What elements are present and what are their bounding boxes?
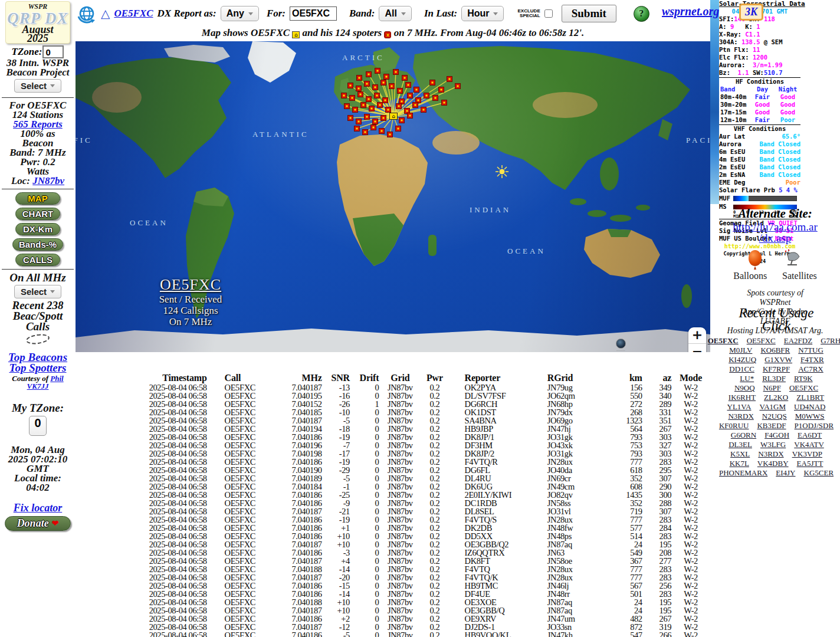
spotter-marker[interactable] xyxy=(369,106,375,111)
callsign-link[interactable]: M0WWS xyxy=(795,412,825,421)
spotter-marker[interactable] xyxy=(389,84,395,89)
callsign-link[interactable]: VK3VDP xyxy=(792,449,822,459)
callsign-link[interactable]: VK4DBY xyxy=(757,459,789,468)
callsign-link[interactable]: F4TXR xyxy=(800,355,824,365)
spotter-marker[interactable] xyxy=(388,132,393,137)
spotter-marker[interactable] xyxy=(384,74,389,80)
map-button[interactable]: MAP xyxy=(15,192,60,205)
callsign-link[interactable]: RL3DF xyxy=(762,374,786,383)
report-type-dropdown[interactable]: Any xyxy=(221,6,259,21)
callsign-link[interactable]: KG5CER xyxy=(804,468,834,478)
my-tzone-input[interactable]: 0 xyxy=(29,416,47,436)
spotter-marker[interactable] xyxy=(350,96,355,101)
phil-link[interactable]: Phil xyxy=(50,374,63,383)
spotter-marker[interactable] xyxy=(344,104,350,109)
spotter-marker[interactable] xyxy=(396,104,402,109)
callsign-link[interactable]: OE5FXC xyxy=(747,336,776,346)
callsign-link[interactable]: OE5FXC xyxy=(114,8,153,19)
callsign-link[interactable]: IK6RHT xyxy=(729,393,756,402)
spotter-marker[interactable] xyxy=(355,126,360,132)
satellite-dish-icon[interactable] xyxy=(782,248,802,266)
spotter-marker[interactable] xyxy=(348,83,353,88)
callsign-link[interactable]: OE5FXC xyxy=(789,383,818,393)
spotter-marker[interactable] xyxy=(375,68,380,74)
callsign-link[interactable]: KK7L xyxy=(730,459,749,468)
callsign-link[interactable]: KI4ZUQ xyxy=(729,355,756,365)
spotter-marker[interactable] xyxy=(373,119,378,124)
callsign-link[interactable]: AC7RX xyxy=(798,365,823,374)
spotter-marker[interactable] xyxy=(356,86,362,91)
callsign-link[interactable]: N3RDX xyxy=(728,412,753,421)
band-dropdown[interactable]: All xyxy=(379,6,411,21)
callsign-link[interactable]: ZL1BRT xyxy=(796,393,824,402)
spotter-marker[interactable] xyxy=(398,88,403,94)
spotter-marker[interactable] xyxy=(365,81,370,87)
spotter-marker[interactable] xyxy=(366,72,372,77)
spotter-marker[interactable] xyxy=(406,83,411,88)
callsign-link[interactable]: DD1CC xyxy=(729,365,754,374)
spotter-marker[interactable] xyxy=(363,130,368,135)
spotter-marker[interactable] xyxy=(358,92,363,97)
tzone-input[interactable] xyxy=(42,45,64,58)
callsign-link[interactable]: RT9K xyxy=(794,374,813,383)
spotter-marker[interactable] xyxy=(386,107,391,113)
callsign-link[interactable]: N6PF xyxy=(763,383,781,393)
spotter-marker[interactable] xyxy=(396,126,401,132)
spotter-marker[interactable] xyxy=(353,107,358,113)
callsign-link[interactable]: N2UQS xyxy=(762,412,787,421)
beacon-home-icon[interactable]: ⌂ xyxy=(389,113,398,120)
vk7jj-link[interactable]: VK7JJ xyxy=(27,382,49,390)
callsign-link[interactable]: KF0RUU xyxy=(719,421,749,431)
spotter-marker[interactable] xyxy=(413,103,418,108)
spotter-marker[interactable] xyxy=(408,93,413,98)
spotter-marker[interactable] xyxy=(381,116,386,121)
callsign-link[interactable]: N3RDX xyxy=(758,449,783,459)
spotter-marker[interactable] xyxy=(399,118,405,123)
alternate-site-link[interactable]: http://lu7aa.com.ar /dx.asp xyxy=(710,221,840,244)
spotter-marker[interactable] xyxy=(439,87,444,93)
callsign-link[interactable]: N7TUG xyxy=(798,346,823,355)
spotter-marker[interactable] xyxy=(383,98,388,103)
callsign-link[interactable]: G1XVW xyxy=(764,355,792,365)
callsign-link[interactable]: KB3EDF xyxy=(757,421,786,431)
zoom-in-button[interactable]: + xyxy=(688,327,706,343)
callsign-link[interactable]: EA6DT xyxy=(798,431,822,440)
spotter-marker[interactable] xyxy=(393,70,399,75)
spotter-marker[interactable] xyxy=(402,75,408,81)
callsign-link[interactable]: LU* xyxy=(740,374,754,383)
triangle-icon[interactable]: △ xyxy=(101,8,110,19)
spotter-marker[interactable] xyxy=(378,103,383,108)
callsign-link[interactable]: EA2FDZ xyxy=(784,336,812,346)
spotter-marker[interactable] xyxy=(357,75,362,81)
callsign-link[interactable]: G7RHF xyxy=(821,336,840,346)
spotter-marker[interactable] xyxy=(381,80,386,86)
spotter-marker[interactable] xyxy=(373,85,378,90)
submit-button[interactable]: Submit xyxy=(562,5,616,22)
mhz-select-dropdown[interactable]: Select xyxy=(14,285,61,298)
beacon-select-dropdown[interactable]: Select xyxy=(14,79,61,93)
report-count-badge[interactable]: 3K xyxy=(739,4,763,21)
globe-icon[interactable] xyxy=(77,4,97,24)
callsign-link[interactable]: W3LFG xyxy=(760,440,786,449)
spotter-marker[interactable] xyxy=(348,116,353,121)
zoom-out-button[interactable]: − xyxy=(688,343,706,352)
spotter-marker[interactable] xyxy=(379,129,385,134)
period-dropdown[interactable]: Hour xyxy=(461,6,504,21)
donate-button[interactable]: Donate ❤ xyxy=(5,516,71,531)
spotter-marker[interactable] xyxy=(342,93,347,98)
callsign-link[interactable]: VK4ATV xyxy=(794,440,824,449)
spotter-marker[interactable] xyxy=(408,113,413,119)
top-spotters-link[interactable]: Top Spotters xyxy=(0,363,76,373)
help-icon[interactable]: ? xyxy=(634,6,649,22)
balloon-icon[interactable] xyxy=(749,250,762,266)
spotter-marker[interactable] xyxy=(371,125,376,130)
spotter-marker[interactable] xyxy=(366,97,372,102)
spotter-marker[interactable] xyxy=(365,114,370,120)
wsprnet-link[interactable]: wsprnet.org xyxy=(662,5,719,18)
world-map[interactable]: ⌂ OE5FXC Sent / Received 124 Callsigns O… xyxy=(76,41,710,352)
spotter-marker[interactable] xyxy=(424,93,429,98)
callsign-link[interactable]: DL3EL xyxy=(729,440,752,449)
spotter-marker[interactable] xyxy=(442,100,447,106)
callsign-link[interactable]: KO6BFR xyxy=(760,346,790,355)
callsign-link[interactable]: ZL2KO xyxy=(764,393,788,402)
